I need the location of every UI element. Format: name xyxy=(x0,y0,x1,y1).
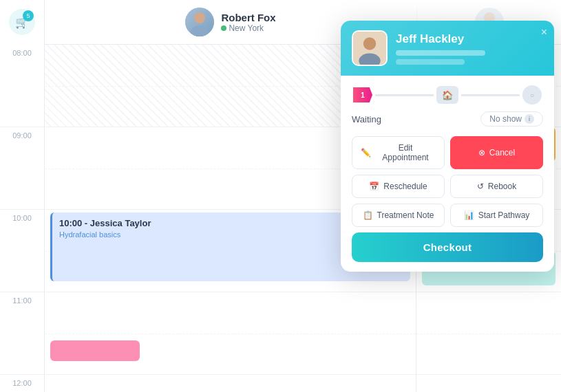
staff-name: Robert Fox xyxy=(221,12,275,23)
popup-avatar-image xyxy=(353,32,386,65)
time-slot-8: 08:00 xyxy=(0,45,44,127)
location-dot xyxy=(221,25,226,31)
status-label: Waiting xyxy=(352,114,381,124)
start-pathway-label: Start Pathway xyxy=(478,210,530,220)
edit-icon: ✏️ xyxy=(361,148,371,157)
actions-grid: ✏️ Edit Appointment ⊗ Cancel 📅 Reschedul… xyxy=(352,136,543,227)
status-row: Waiting No show i xyxy=(352,111,543,127)
reschedule-icon: 📅 xyxy=(369,182,379,191)
treatment-note-label: Treatment Note xyxy=(377,210,434,220)
popup-body: 1 🏠 ○ Waiting No show i ✏️ Edit Appointm… xyxy=(341,76,554,272)
rebook-label: Rebook xyxy=(488,182,516,191)
home-icon: 🏠 xyxy=(442,90,453,100)
edit-appointment-button[interactable]: ✏️ Edit Appointment xyxy=(352,136,445,169)
checkout-button[interactable]: Checkout xyxy=(352,232,543,262)
popup-name-area: Jeff Hackley xyxy=(396,32,543,65)
popup-patient-avatar xyxy=(352,30,388,66)
pathway-icon: 📊 xyxy=(464,210,474,220)
hour-11 xyxy=(45,292,416,375)
time-labels: 08:00 09:00 10:00 11:00 12:00 xyxy=(0,45,45,392)
right-half-11 xyxy=(416,334,561,334)
staff-avatar xyxy=(185,8,214,36)
rebook-button[interactable]: ↺ Rebook xyxy=(450,175,543,198)
reschedule-label: Reschedule xyxy=(383,182,427,191)
step-1-active: 1 xyxy=(353,87,372,102)
appointment-popup: Jeff Hackley × 1 🏠 ○ Waiting No show xyxy=(341,21,554,272)
half-line-11 xyxy=(45,334,416,334)
step-3-circle: ○ xyxy=(522,85,542,105)
staff-location: New York xyxy=(221,23,275,33)
time-slot-9: 09:00 xyxy=(0,127,44,210)
popup-header: Jeff Hackley × xyxy=(341,21,554,76)
sidebar-notification-area: 🛒 5 xyxy=(0,0,45,45)
start-pathway-button[interactable]: 📊 Start Pathway xyxy=(450,204,543,227)
circle-icon: ○ xyxy=(530,91,534,99)
no-show-button[interactable]: No show i xyxy=(480,111,543,127)
popup-close-button[interactable]: × xyxy=(541,26,547,39)
popup-name-bar-2 xyxy=(396,59,465,65)
info-icon: i xyxy=(525,114,534,124)
hour-12 xyxy=(45,375,416,392)
step-line-1 xyxy=(375,94,434,96)
popup-name-bar-1 xyxy=(396,50,485,56)
svg-point-1 xyxy=(191,25,209,36)
time-slot-11: 11:00 xyxy=(0,292,44,375)
reschedule-button[interactable]: 📅 Reschedule xyxy=(352,175,445,198)
staff-info: Robert Fox New York xyxy=(221,12,275,33)
step-line-2 xyxy=(461,94,520,96)
right-hour-12 xyxy=(416,375,561,392)
svg-point-5 xyxy=(363,37,376,50)
cancel-label: Cancel xyxy=(489,148,515,157)
notification-badge: 5 xyxy=(23,10,34,21)
step-2-home: 🏠 xyxy=(436,86,458,104)
right-hour-11 xyxy=(416,292,561,375)
avatar-image xyxy=(185,8,214,36)
popup-patient-name: Jeff Hackley xyxy=(396,32,543,46)
treatment-note-button[interactable]: 📋 Treatment Note xyxy=(352,204,445,227)
progress-steps: 1 🏠 ○ xyxy=(352,85,543,105)
svg-point-0 xyxy=(194,12,205,23)
cancel-icon: ⊗ xyxy=(478,148,485,157)
time-slot-12: 12:00 xyxy=(0,375,44,392)
time-slot-10: 10:00 xyxy=(0,210,44,292)
appointment-pink[interactable] xyxy=(50,340,140,361)
notification-button[interactable]: 🛒 5 xyxy=(9,9,35,35)
rebook-icon: ↺ xyxy=(477,182,484,191)
note-icon: 📋 xyxy=(363,210,373,220)
no-show-label: No show xyxy=(489,114,522,124)
cancel-appointment-button[interactable]: ⊗ Cancel xyxy=(450,136,543,169)
edit-label: Edit Appointment xyxy=(375,143,436,162)
